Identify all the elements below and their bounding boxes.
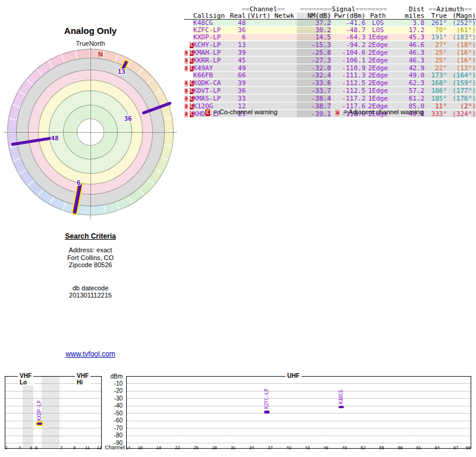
cell-path: 2Edge — [365, 79, 390, 87]
co-channel-text: = Co-channel warning — [214, 108, 277, 115]
cell-pwr: -112.5 — [331, 87, 365, 95]
cell-nm: -32.0 — [297, 64, 331, 72]
cell-netwk — [272, 27, 297, 34]
radar-spoke-label: 36 — [124, 115, 131, 122]
cell-nm: 30.2 — [297, 27, 331, 34]
cell-true_az: 70° — [424, 27, 447, 34]
cell-virt — [246, 49, 272, 57]
north-marker: N — [98, 51, 103, 58]
warn-a-cell — [184, 27, 188, 34]
cell-callsign: KXDP-LP — [193, 34, 230, 41]
cell-pwr: -111.3 — [331, 72, 365, 79]
cell-magn_az: (177°) — [447, 87, 476, 95]
warn-a-cell: a — [184, 49, 188, 57]
table-row: aCK49AY49-32.0-110.92Edge42.922°(13°) — [184, 64, 476, 72]
co-channel-badge: C — [190, 65, 193, 71]
cell-magn_az: (2°) — [447, 102, 476, 110]
radar-crosshair-horizontal — [4, 132, 177, 133]
cell-pwr: -110.9 — [331, 64, 365, 72]
cell-magn_az: (252°) — [447, 20, 476, 27]
dbm-tick-label: -30 — [105, 395, 123, 402]
warn-c-cell — [188, 72, 193, 79]
cell-miles: 46.3 — [390, 57, 424, 64]
table-row: KZFC-LP3630.2-48.7LOS17.270°(61°) — [184, 27, 476, 34]
cell-path: 2Edge — [365, 49, 390, 57]
db-datecode-label: db datecode — [37, 284, 144, 292]
cell-pwr: -94.2 — [331, 41, 365, 49]
cell-true_az: 333° — [424, 110, 447, 118]
dbm-tick-label: -40 — [105, 402, 123, 409]
search-criteria-address: Address: exact — [37, 246, 144, 254]
cell-real: 36 — [230, 27, 246, 34]
warn-a-cell — [184, 34, 188, 41]
warn-c-cell: C — [188, 87, 193, 95]
cell-virt — [246, 57, 272, 64]
warn-a-cell: a — [184, 57, 188, 64]
cell-miles: 45.3 — [390, 34, 424, 41]
warn-c-cell: C — [188, 110, 193, 118]
warn-a-cell: a — [184, 79, 188, 87]
co-channel-badge: C — [190, 80, 193, 86]
search-criteria-city: Fort Collins, CO — [37, 254, 144, 262]
radar-spoke-label: 13 — [117, 68, 125, 75]
cell-true_az: 168° — [424, 79, 447, 87]
cell-miles: 46.3 — [390, 49, 424, 57]
uhf-label: UHF — [286, 373, 302, 379]
co-channel-badge: C — [190, 111, 193, 117]
adjacent-channel-badge: a — [184, 65, 188, 71]
cell-real: 49 — [230, 64, 246, 72]
cell-netwk — [272, 57, 297, 64]
cell-miles: 49.0 — [390, 72, 424, 79]
warn-a-cell: a — [184, 110, 188, 118]
legend-adjacent: a= Adjacent channel warning — [335, 108, 424, 116]
cell-path: 2Edge — [365, 64, 390, 72]
warn-a-cell: a — [184, 87, 188, 95]
co-channel-badge: C — [190, 104, 193, 109]
col-callsign: Callsign — [193, 12, 230, 20]
cell-real: 36 — [230, 87, 246, 95]
cell-path: 2Edge — [365, 72, 390, 79]
adjacent-channel-badge: a — [184, 58, 188, 64]
cell-pwr: -106.1 — [331, 57, 365, 64]
cell-virt — [246, 41, 272, 49]
co-channel-badge: C — [190, 58, 193, 64]
cell-real: 66 — [230, 72, 246, 79]
dbm-axis-title: dBm — [105, 373, 123, 380]
warn-c-cell: C — [188, 95, 193, 102]
table-row: aCKMAS-LP33-38.4-117.21Edge61.2185°(176°… — [184, 95, 476, 102]
uhf-panel — [126, 376, 471, 449]
table-row: aCKMAH-LP39-25.8-104.62Edge46.325°(16°) — [184, 49, 476, 57]
cell-callsign: K48CG — [193, 20, 230, 27]
cell-path: LOS — [365, 27, 390, 34]
vhf-lo-label: VHF Lo — [18, 373, 33, 386]
cell-virt — [246, 64, 272, 72]
warn-c-cell: C — [188, 64, 193, 72]
dbm-tick-label: -70 — [105, 425, 123, 431]
table-column-header: Callsign Real (Virt) Netwk NM(dB) Pwr(dB… — [184, 12, 476, 20]
cell-miles: 17.2 — [390, 27, 424, 34]
cell-nm: -32.4 — [297, 72, 331, 79]
dbm-tick-label: -10 — [105, 380, 123, 387]
cell-nm: -15.3 — [297, 41, 331, 49]
dbm-tick-label: -50 — [105, 410, 123, 417]
tvfool-link[interactable]: www.tvfool.com — [65, 350, 115, 358]
radar-spoke-label: 6 — [77, 180, 81, 186]
cell-pwr: -112.5 — [331, 79, 365, 87]
cell-miles: 62.3 — [390, 79, 424, 87]
col-netwk: Netwk — [272, 12, 297, 20]
table-row: K48CG4837.2-41.6LOS3.8261°(252°) — [184, 20, 476, 27]
table-row: aCKQDK-CA39-33.6-112.52Edge62.3168°(159°… — [184, 79, 476, 87]
cell-path: 1Edge — [365, 87, 390, 95]
col-real: Real — [230, 12, 246, 20]
cell-callsign: KMAH-LP — [193, 49, 230, 57]
search-criteria: Search Criteria Address: exact Fort Coll… — [37, 232, 144, 299]
cell-magn_az: (183°) — [447, 34, 476, 41]
truenorth-label: TrueNorth — [19, 40, 162, 47]
warn-a-cell: a — [184, 95, 188, 102]
cell-miles: 3.8 — [390, 20, 424, 27]
warn-c-cell — [188, 20, 193, 27]
cell-nm: 14.5 — [297, 34, 331, 41]
warn-c-cell: C — [188, 57, 193, 64]
cell-magn_az: (13°) — [447, 64, 476, 72]
co-channel-badge: C — [190, 42, 193, 48]
